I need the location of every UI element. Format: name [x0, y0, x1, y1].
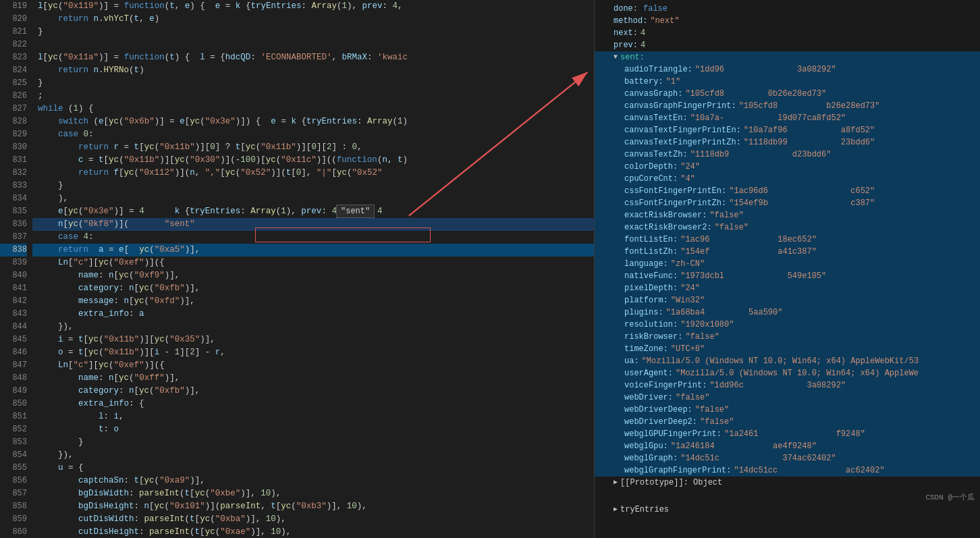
ln-847: 847 — [0, 359, 27, 372]
code-lines: l[yc("0x119")] = function(t, e) { e = k … — [32, 0, 594, 538]
ln-830: 830 — [0, 141, 27, 154]
code-line-857: bgDisWidth: parseInt(t[yc("0xbe")], 10), — [32, 487, 594, 500]
code-line-834: ), — [32, 192, 594, 205]
code-line-853: } — [32, 436, 594, 449]
prop-riskBrowser: riskBrowser: "false" — [595, 331, 980, 343]
code-line-832: return f[yc("0x112")](n, ","[yc("0x52")]… — [32, 167, 594, 180]
prop-webDriver: webDriver: "false" — [595, 392, 980, 404]
ln-832: 832 — [0, 167, 27, 180]
prop-cssFontFingerPrintZh: cssFontFingerPrintZh: "154ef9b c387" — [595, 197, 980, 209]
ln-837: 837 — [0, 231, 27, 244]
ln-821: 821 — [0, 26, 27, 38]
prop-nativeFunc: nativeFunc: "1973dcbl 549e105" — [595, 270, 980, 282]
ln-840: 840 — [0, 269, 27, 282]
ln-826: 826 — [0, 90, 27, 103]
ln-844: 844 — [0, 321, 27, 333]
code-line-835: e[yc("0x3e")] = 4 k {tryEntries: Array(1… — [32, 205, 594, 218]
ln-829: 829 — [0, 128, 27, 141]
ln-823: 823 — [0, 51, 27, 64]
code-line-840: name: n[yc("0xf9")], — [32, 269, 594, 282]
code-line-855: u = { — [32, 462, 594, 475]
sent-section-header[interactable]: sent: — [595, 51, 980, 63]
ln-860: 860 — [0, 526, 27, 538]
code-line-831: c = t[yc("0x11b")][yc("0x30")](-100)[yc(… — [32, 154, 594, 167]
ln-839: 839 — [0, 257, 27, 269]
ln-842: 842 — [0, 295, 27, 308]
code-line-847: Ln["c"][yc("0xef")]({ — [32, 359, 594, 372]
prop-timeZone: timeZone: "UTC+8" — [595, 343, 980, 355]
ln-859: 859 — [0, 513, 27, 526]
prop-cpuCoreCnt: cpuCoreCnt: "4" — [595, 173, 980, 185]
prop-method: method: "next" — [595, 15, 980, 27]
prop-canvasTextFingerPrintEn: canvasTextFingerPrintEn: "10a7af96 a8fd5… — [595, 124, 980, 136]
prop-webglGraphFingerPrint: webglGraphFingerPrint: "14dc51cc ac62402… — [595, 464, 980, 477]
prop-fontListEn: fontListEn: "1ac96 18ec652" — [595, 234, 980, 246]
prop-prototype[interactable]: [[Prototype]]: Object — [595, 477, 980, 489]
code-line-819: l[yc("0x119")] = function(t, e) { e = k … — [32, 0, 594, 13]
code-line-859: cutDisWidth: parseInt(t[yc("0xba")], 10)… — [32, 513, 594, 526]
code-line-846: o = t[yc("0x11b")][i - 1][2] - r, — [32, 346, 594, 359]
code-line-851: l: i, — [32, 410, 594, 423]
code-line-838: return a = e[ yc("0xa5")], — [32, 244, 594, 257]
code-line-833: } — [32, 180, 594, 192]
code-line-842: message: n[yc("0xfd")], — [32, 295, 594, 308]
code-line-821: } — [32, 26, 594, 38]
ln-822: 822 — [0, 38, 27, 51]
code-line-843: extra_info: a — [32, 308, 594, 321]
code-line-856: captchaSn: t[yc("0xa9")], — [32, 475, 594, 487]
ln-845: 845 — [0, 333, 27, 346]
triangle-tryEntries — [614, 504, 618, 516]
devtools-panel[interactable]: done: false method: "next" next: 4 prev:… — [594, 0, 980, 538]
prop-tryEntries[interactable]: tryEntries — [595, 504, 980, 516]
prop-webglGraph: webglGraph: "14dc51c 374ac62402" — [595, 452, 980, 464]
ln-824: 824 — [0, 64, 27, 77]
code-line-830: return r = t[yc("0x11b")][0] ? t[yc("0x1… — [32, 141, 594, 154]
tooltip-sent: "sent" — [336, 205, 375, 218]
code-line-845: i = t[yc("0x11b")][yc("0x35")], — [32, 333, 594, 346]
prop-exactRiskBrowser2: exactRiskBrowser2: "false" — [595, 221, 980, 234]
prop-prev: prev: 4 — [595, 39, 980, 51]
ln-827: 827 — [0, 103, 27, 115]
code-line-827: while (1) { — [32, 103, 594, 115]
prop-canvasGraphFingerPrint: canvasGraphFingerPrint: "105cfd8 b26e28e… — [595, 100, 980, 112]
code-line-829: case 0: — [32, 128, 594, 141]
code-line-860: cutDisHeight: parseInt(t[yc("0xae")], 10… — [32, 526, 594, 538]
prop-plugins: plugins: "1a68ba4 5aa590" — [595, 306, 980, 319]
prop-webglGPUFingerPrint: webglGPUFingerPrint: "1a2461 f9248" — [595, 428, 980, 440]
prop-done: done: false — [595, 3, 980, 15]
ln-848: 848 — [0, 372, 27, 385]
ln-841: 841 — [0, 282, 27, 295]
code-line-824: return n.HYRNo(t) — [32, 64, 594, 77]
prop-exactRiskBrowser: exactRiskBrowser: "false" — [595, 209, 980, 221]
prop-ua: ua: "Mozilla/5.0 (Windows NT 10.0; Win64… — [595, 355, 980, 367]
prop-cssFontFingerPrintEn: cssFontFingerPrintEn: "1ac96d6 c652" — [595, 185, 980, 197]
prop-webDriverDeep: webDriverDeep: "false" — [595, 404, 980, 416]
ln-853: 853 — [0, 436, 27, 449]
code-line-820: return n.vhYcT(t, e) — [32, 13, 594, 26]
triangle-sent — [614, 51, 618, 63]
ln-851: 851 — [0, 410, 27, 423]
code-line-850: extra_info: { — [32, 398, 594, 410]
ln-846: 846 — [0, 346, 27, 359]
ln-858: 858 — [0, 500, 27, 513]
ln-854: 854 — [0, 449, 27, 462]
ln-856: 856 — [0, 475, 27, 487]
prop-webglGpu: webglGpu: "1a246184 ae4f9248" — [595, 440, 980, 452]
prop-platform: platform: "Win32" — [595, 294, 980, 306]
csdn-watermark: CSDN @一个瓜 — [595, 491, 980, 504]
ln-828: 828 — [0, 115, 27, 128]
prop-resolution: resolution: "1920x1080" — [595, 319, 980, 331]
editor-panel: 819 820 821 822 823 824 825 826 827 828 … — [0, 0, 594, 538]
code-line-822 — [32, 38, 594, 51]
ln-833: 833 — [0, 180, 27, 192]
code-line-826: ; — [32, 90, 594, 103]
ln-850: 850 — [0, 398, 27, 410]
prop-next: next: 4 — [595, 27, 980, 39]
ln-835: 835 — [0, 205, 27, 218]
ln-819: 819 — [0, 0, 27, 13]
line-numbers: 819 820 821 822 823 824 825 826 827 828 … — [0, 0, 32, 538]
prop-userAgent: userAgent: "Mozilla/5.0 (Windows NT 10.0… — [595, 367, 980, 379]
ln-843: 843 — [0, 308, 27, 321]
ln-838: 838 — [0, 244, 27, 257]
ln-825: 825 — [0, 77, 27, 90]
